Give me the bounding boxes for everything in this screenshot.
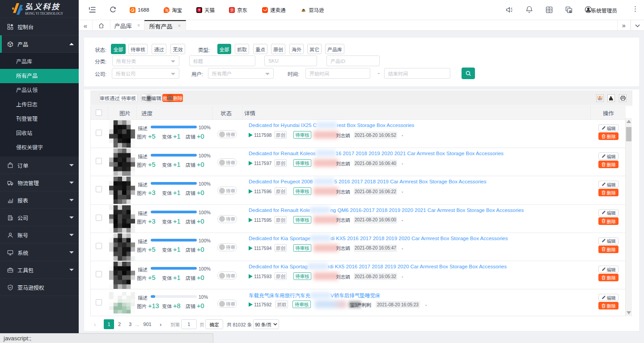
svg-text:HONG YI TECHNOLOGY: HONG YI TECHNOLOGY [25,11,64,15]
svg-text:弘义科技: 弘义科技 [25,3,60,11]
